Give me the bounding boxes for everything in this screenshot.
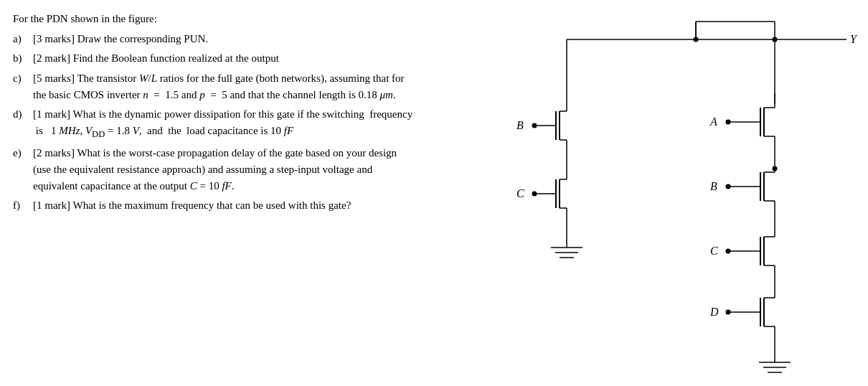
question-d: d) [1 mark] What is the dynamic power di… <box>13 106 416 142</box>
q-label-a: a) <box>13 31 33 47</box>
question-e: e) [2 marks] What is the worst-case prop… <box>13 145 416 195</box>
q-label-b: b) <box>13 50 33 67</box>
question-c: c) [5 marks] The transistor W/L ratios f… <box>13 70 416 104</box>
question-f: f) [1 mark] What is the maximum frequenc… <box>13 197 416 214</box>
a-right-label: A <box>709 116 717 128</box>
question-list: a) [3 marks] Draw the corresponding PUN.… <box>13 31 416 215</box>
text-section: For the PDN shown in the figure: a) [3 m… <box>0 0 423 386</box>
c-left-label: C <box>516 187 524 199</box>
b-right-label: B <box>710 180 717 192</box>
circuit-section: Y B C <box>423 0 868 386</box>
q-text-e: [2 marks] What is the worst-case propaga… <box>33 145 416 195</box>
q-label-c: c) <box>13 70 33 87</box>
q-label-d: d) <box>13 106 33 123</box>
q-label-e: e) <box>13 145 33 161</box>
q-text-b: [2 mark] Find the Boolean function reali… <box>33 50 416 67</box>
q-text-f: [1 mark] What is the maximum frequency t… <box>33 197 416 214</box>
output-y-label: Y <box>850 33 858 45</box>
c-right-label: C <box>710 245 718 257</box>
q-text-c: [5 marks] The transistor W/L ratios for … <box>33 70 416 104</box>
intro-text: For the PDN shown in the figure: <box>13 13 416 25</box>
d-right-label: D <box>709 306 719 318</box>
question-a: a) [3 marks] Draw the corresponding PUN. <box>13 31 416 47</box>
main-container: For the PDN shown in the figure: a) [3 m… <box>0 0 868 386</box>
q-text-d: [1 mark] What is the dynamic power dissi… <box>33 106 416 142</box>
question-b: b) [2 mark] Find the Boolean function re… <box>13 50 416 67</box>
q-label-f: f) <box>13 197 33 214</box>
b-left-label: B <box>516 119 524 131</box>
q-text-a: [3 marks] Draw the corresponding PUN. <box>33 31 416 47</box>
circuit-svg: Y B C <box>423 0 868 386</box>
